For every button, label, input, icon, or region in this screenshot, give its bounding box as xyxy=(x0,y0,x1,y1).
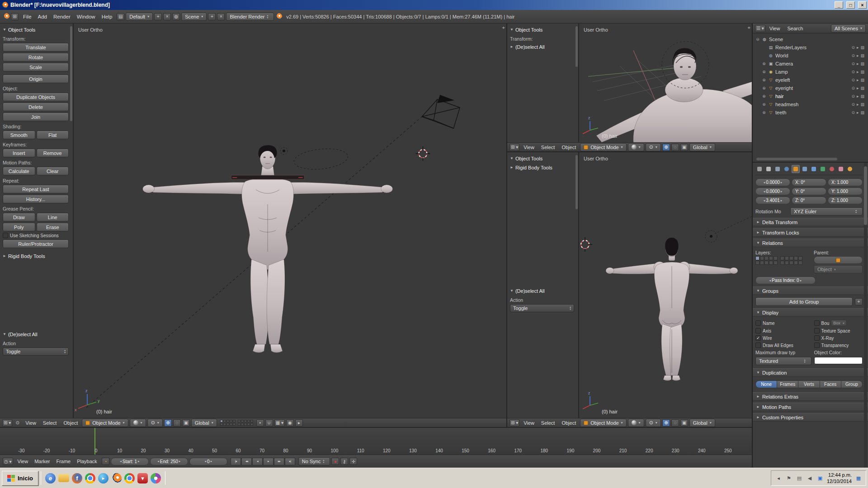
clear-button[interactable]: Clear xyxy=(37,167,69,175)
editor-type-button[interactable]: ⊞ ▾ xyxy=(2,419,12,427)
editor-type-icon[interactable]: ⊞ xyxy=(11,13,19,20)
outliner-type-button[interactable]: ☰ ▾ xyxy=(755,25,765,32)
editor-type-button-2[interactable]: ⊞ ▾ xyxy=(509,144,519,151)
insert-keyframe-button[interactable]: Insert xyxy=(3,149,35,157)
expand-icon[interactable]: ⊕ xyxy=(762,61,766,66)
layer-cell[interactable] xyxy=(769,256,773,260)
sync-dropdown[interactable]: No Sync▴▾ xyxy=(298,457,330,465)
bounds-checkbox[interactable] xyxy=(814,320,820,326)
shelf-scrollbar-2[interactable] xyxy=(576,26,578,67)
outliner-search-menu[interactable]: Search xyxy=(784,25,806,32)
renderability-camera-icon[interactable]: ▨ xyxy=(860,53,864,58)
calculate-button[interactable]: Calculate xyxy=(3,167,35,175)
pass-index-field[interactable]: ◂Pass Index: 0▸ xyxy=(755,277,816,284)
screen-layout-dropdown[interactable]: Default xyxy=(126,13,153,21)
smooth-button[interactable]: Smooth xyxy=(3,131,35,139)
3d-cursor[interactable] xyxy=(415,146,430,161)
layer-cell[interactable] xyxy=(780,261,784,265)
rotation-mode-dropdown[interactable]: XYZ Euler▴▾ xyxy=(790,207,863,216)
renderability-camera-icon[interactable]: ▨ xyxy=(860,94,864,99)
scene-delete-button[interactable]: × xyxy=(217,13,225,20)
location-y-field[interactable]: ◂0.0000▸ xyxy=(755,188,790,195)
menu-item[interactable]: Window xyxy=(74,13,99,20)
tray-device-icon[interactable]: ▤ xyxy=(796,474,803,482)
playback-button[interactable]: ◂◂ xyxy=(241,458,252,465)
layer-cell[interactable] xyxy=(769,261,773,265)
panel-rigid-body-tools-3[interactable]: Rigid Body Tools xyxy=(510,164,574,171)
pivot-dropdown-3[interactable]: ⊙ xyxy=(646,419,661,427)
record-button[interactable]: ● xyxy=(331,458,339,465)
parent-field[interactable] xyxy=(814,256,863,264)
manipulator-scale-button-2[interactable]: ▣ xyxy=(680,144,688,151)
tray-flag-icon[interactable]: ⚑ xyxy=(785,474,793,482)
rotation-y-field[interactable]: Y: 0° xyxy=(792,188,826,195)
layer-cell[interactable] xyxy=(789,256,793,260)
selectability-arrow-icon[interactable]: ▸ xyxy=(857,61,859,66)
outliner-item[interactable]: ⊕ ▣ Camera ⊙ ▸ ▨ xyxy=(755,60,866,68)
renderability-camera-icon[interactable]: ▨ xyxy=(860,78,864,82)
layer-cell[interactable] xyxy=(774,256,778,260)
layer-cell[interactable] xyxy=(233,420,236,422)
tab-modifiers[interactable] xyxy=(810,165,818,173)
layout-delete-button[interactable]: × xyxy=(163,13,171,20)
playback-button[interactable]: ▸| xyxy=(285,458,295,465)
render-opengl-anim-button[interactable]: ▸ xyxy=(295,419,303,427)
outliner-item[interactable]: ⊕ ▽ eyeleft ⊙ ▸ ▨ xyxy=(755,76,866,84)
tab-world[interactable] xyxy=(783,165,791,173)
max-draw-type-dropdown[interactable]: Textured▴▾ xyxy=(755,357,811,365)
main-3d-viewport[interactable]: User Ortho + (0) hair xyxy=(74,23,506,418)
media-player-icon[interactable]: ▸ xyxy=(98,473,108,483)
scale-button[interactable]: Scale xyxy=(3,63,69,71)
selectability-arrow-icon[interactable]: ▸ xyxy=(857,110,859,115)
tray-volume-icon[interactable]: ◀ xyxy=(806,474,813,482)
manipulator-translate-button[interactable]: ⊕ xyxy=(164,419,172,427)
view-menu[interactable]: View xyxy=(23,420,39,426)
blender-icon[interactable] xyxy=(111,473,122,483)
panel-deselect-all[interactable]: (De)select All xyxy=(3,330,69,338)
screen-layout-icon[interactable]: ▤ xyxy=(117,13,124,20)
panel-object-tools-2[interactable]: Object Tools xyxy=(510,26,574,33)
tab-scene[interactable] xyxy=(774,165,782,173)
panel-object-tools-3[interactable]: Object Tools xyxy=(510,155,574,162)
scene-dropdown[interactable]: Scene xyxy=(181,13,207,21)
visibility-eye-icon[interactable]: ⊙ xyxy=(851,94,855,99)
outliner-item[interactable]: ⊕ ▽ headmesh ⊙ ▸ ▨ xyxy=(755,100,866,108)
tab-texture[interactable] xyxy=(837,165,845,173)
wire-checkbox[interactable] xyxy=(755,335,761,341)
visibility-eye-icon[interactable]: ⊙ xyxy=(851,61,855,66)
bottom-right-3d-viewport[interactable]: User Ortho (0) hair xyxy=(579,152,752,418)
outliner-item[interactable]: ⊕ ▽ eyeright ⊙ ▸ ▨ xyxy=(755,84,866,92)
tab-render-layers[interactable] xyxy=(764,165,773,173)
layer-cell[interactable] xyxy=(764,256,769,260)
layer-cell[interactable] xyxy=(250,420,253,422)
tab-constraints[interactable] xyxy=(801,165,809,173)
timeline-menu-item[interactable]: View xyxy=(14,458,32,465)
panel-deselect-all-2[interactable]: (De)select All xyxy=(510,43,574,51)
shading-dropdown[interactable] xyxy=(130,419,146,427)
visibility-eye-icon[interactable]: ⊙ xyxy=(851,102,855,107)
shading-dropdown-3[interactable] xyxy=(628,419,644,427)
repeat-last-button[interactable]: Repeat Last xyxy=(3,185,69,193)
pivot-dropdown[interactable]: ⊙ xyxy=(147,419,163,427)
top-right-3d-viewport[interactable]: User Ortho + (0) hair xyxy=(579,23,752,142)
translate-button[interactable]: Translate xyxy=(3,43,69,52)
orientation-dropdown-2[interactable]: Global xyxy=(689,143,715,151)
layer-cell[interactable] xyxy=(241,420,244,422)
layer-cell[interactable] xyxy=(785,261,789,265)
header-menu-toggle-icon[interactable]: ⊙ xyxy=(14,419,21,427)
panel-motion-paths[interactable]: Motion Paths xyxy=(753,403,868,411)
panel-duplication[interactable]: Duplication xyxy=(753,368,868,377)
xray-checkbox[interactable] xyxy=(814,335,820,341)
hidden-icons-chevron[interactable]: ◂ xyxy=(775,474,782,482)
manipulator-rotate-button[interactable]: ◌ xyxy=(173,419,181,427)
layer-cell[interactable] xyxy=(780,256,784,260)
layer-cell[interactable] xyxy=(760,256,764,260)
manipulator-scale-button-3[interactable]: ▣ xyxy=(680,419,688,427)
use-preview-range-icon[interactable]: ◔ xyxy=(102,458,109,465)
tab-render[interactable] xyxy=(755,165,764,173)
panel-deselect-all-3[interactable]: (De)select All xyxy=(510,287,574,295)
panel-delta-transform[interactable]: Delta Transform xyxy=(753,218,868,226)
timeline-menu-item[interactable]: Marker xyxy=(31,458,53,465)
name-checkbox[interactable] xyxy=(755,320,761,326)
layer-cell[interactable] xyxy=(233,423,236,426)
